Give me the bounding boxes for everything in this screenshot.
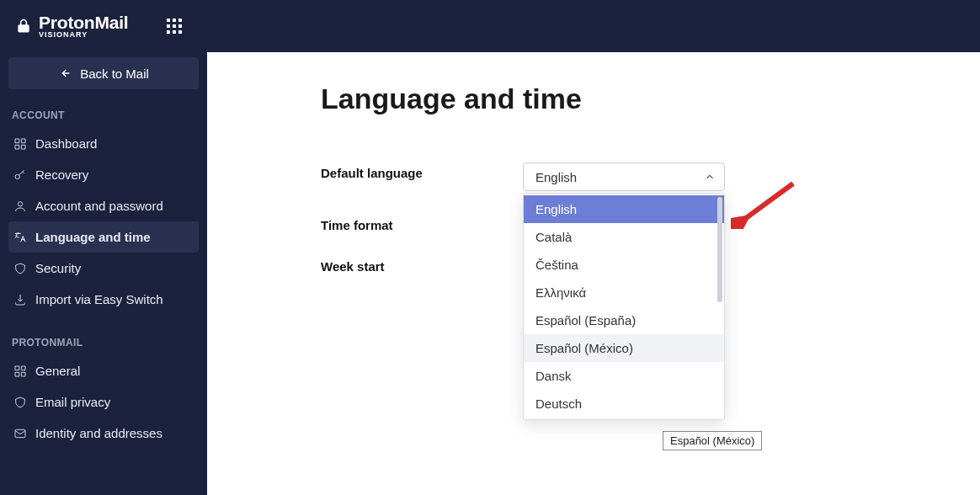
apps-grid-icon <box>167 19 182 34</box>
svg-rect-7 <box>173 30 176 34</box>
sidebar-item-label: Identity and addresses <box>35 426 162 440</box>
setting-label-week-start: Week start <box>321 256 523 274</box>
nav-group-protonmail: PROTONMAIL General Email privacy Identit… <box>8 330 199 449</box>
page-title: Language and time <box>321 82 921 115</box>
sidebar-item-label: Security <box>35 261 81 275</box>
key-icon <box>13 168 27 182</box>
setting-label-default-language: Default language <box>321 162 523 180</box>
apps-grid-button[interactable] <box>162 14 186 38</box>
nav-group-account: ACCOUNT Dashboard Recovery Account and p… <box>8 103 199 315</box>
language-option[interactable]: Català <box>524 223 724 251</box>
sidebar-item-account-password[interactable]: Account and password <box>8 190 199 221</box>
sidebar-item-email-privacy[interactable]: Email privacy <box>8 386 199 418</box>
language-select[interactable]: English <box>523 162 725 191</box>
language-option[interactable]: Deutsch <box>524 390 724 418</box>
sidebar-item-label: Language and time <box>35 230 151 244</box>
chevron-up-icon <box>704 171 716 183</box>
language-option[interactable]: Ελληνικά <box>524 279 724 306</box>
svg-rect-3 <box>167 24 170 28</box>
language-select-wrap: English English Català Čeština Ελληνικά … <box>523 162 725 191</box>
shield-icon <box>13 262 27 275</box>
back-to-mail-label: Back to Mail <box>80 67 149 81</box>
sidebar-item-dashboard[interactable]: Dashboard <box>8 128 199 159</box>
dashboard-icon <box>13 137 27 151</box>
sidebar-item-label: Account and password <box>35 199 163 213</box>
language-option[interactable]: Español (España) <box>524 306 724 334</box>
language-option[interactable]: Čeština <box>524 251 724 279</box>
content-area: Language and time Default language Engli… <box>207 52 980 495</box>
svg-rect-0 <box>167 19 170 22</box>
sidebar-item-language-time[interactable]: Language and time <box>8 221 199 253</box>
sidebar-item-label: Import via Easy Switch <box>35 292 163 306</box>
arrow-left-icon <box>58 67 72 80</box>
translate-icon <box>13 231 27 244</box>
grid-icon <box>13 365 27 378</box>
sidebar-item-general[interactable]: General <box>8 355 199 386</box>
brand-name: ProtonMail <box>39 13 129 31</box>
svg-rect-5 <box>178 24 182 28</box>
sidebar-item-security[interactable]: Security <box>8 253 199 284</box>
nav-group-title-protonmail: PROTONMAIL <box>8 330 199 355</box>
language-option[interactable]: Dansk <box>524 362 724 390</box>
svg-rect-1 <box>173 19 176 22</box>
dropdown-scrollbar[interactable] <box>717 197 722 302</box>
sidebar-item-label: Email privacy <box>35 395 110 409</box>
brand-logo: ProtonMail VISIONARY <box>15 13 129 39</box>
language-dropdown[interactable]: English Català Čeština Ελληνικά Español … <box>523 193 725 420</box>
language-select-value: English <box>535 170 577 184</box>
import-icon <box>13 293 27 306</box>
shield-icon <box>13 396 27 409</box>
sidebar-item-import[interactable]: Import via Easy Switch <box>8 284 199 315</box>
svg-rect-6 <box>167 30 170 34</box>
svg-rect-2 <box>178 19 182 22</box>
envelope-icon <box>13 427 27 440</box>
sidebar-item-recovery[interactable]: Recovery <box>8 159 199 190</box>
brand-tier: VISIONARY <box>39 31 129 39</box>
sidebar-item-label: General <box>35 364 80 378</box>
svg-rect-4 <box>173 24 176 28</box>
user-icon <box>13 200 27 213</box>
sidebar-item-label: Dashboard <box>35 136 97 151</box>
back-to-mail-button[interactable]: Back to Mail <box>8 57 199 89</box>
svg-rect-11 <box>15 429 25 437</box>
svg-rect-8 <box>178 30 182 34</box>
svg-point-9 <box>15 174 19 178</box>
language-option[interactable]: Español (México) <box>524 334 724 362</box>
language-option[interactable]: English <box>524 195 724 223</box>
language-dropdown-inner: English Català Čeština Ελληνικά Español … <box>524 195 724 418</box>
sidebar: Back to Mail ACCOUNT Dashboard Recovery … <box>0 52 207 495</box>
sidebar-item-identity[interactable]: Identity and addresses <box>8 418 199 449</box>
lock-icon <box>15 18 32 35</box>
sidebar-item-label: Recovery <box>35 168 88 182</box>
nav-group-title-account: ACCOUNT <box>8 103 199 128</box>
setting-row-default-language: Default language English English Català … <box>321 162 921 191</box>
topbar: ProtonMail VISIONARY <box>0 0 980 52</box>
setting-label-time-format: Time format <box>321 215 523 232</box>
hover-tooltip: Español (México) <box>663 431 762 450</box>
svg-point-10 <box>18 201 22 205</box>
